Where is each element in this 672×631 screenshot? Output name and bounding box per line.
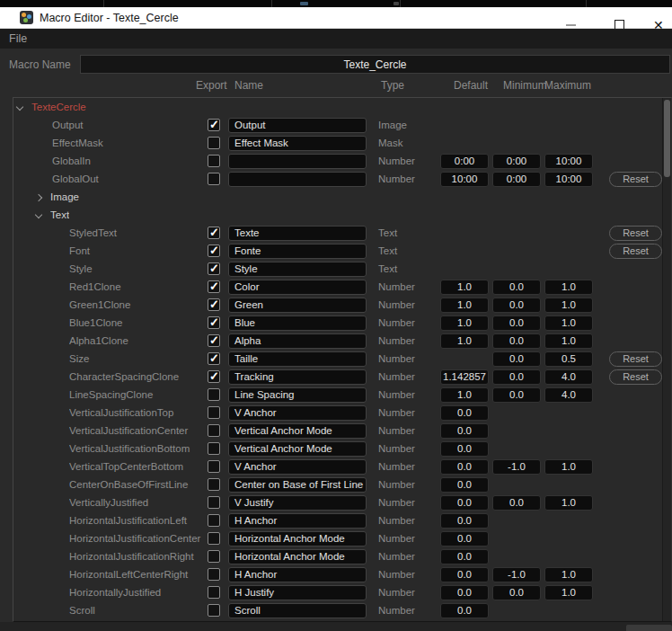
maximum-value-field[interactable]: 1.0 — [544, 567, 593, 582]
maximum-value-field[interactable]: 1.0 — [544, 459, 593, 475]
default-value-field[interactable]: 1.0 — [440, 280, 489, 295]
minimum-value-field[interactable]: 0.0 — [492, 351, 541, 367]
minimum-value-field[interactable]: 0.0 — [492, 369, 541, 385]
name-input[interactable]: Horizontal Anchor Mode — [228, 531, 367, 547]
export-checkbox[interactable] — [208, 155, 220, 167]
tree-label-Scroll[interactable]: Scroll — [69, 605, 206, 616]
tree-label-VerticalJustificationBottom[interactable]: VerticalJustificationBottom — [69, 443, 206, 454]
default-value-field[interactable]: 0.0 — [440, 459, 489, 475]
maximum-value-field[interactable]: 1.0 — [544, 333, 593, 349]
maximum-value-field[interactable]: 4.0 — [544, 369, 593, 385]
name-input[interactable] — [228, 154, 367, 169]
name-input[interactable]: Center on Base of First Line — [228, 477, 367, 493]
reset-button[interactable]: Reset — [609, 351, 662, 367]
name-input[interactable]: Color — [228, 280, 367, 295]
export-checkbox[interactable] — [208, 406, 220, 419]
tree-label-Size[interactable]: Size — [69, 353, 206, 364]
tree-label-CenterOnBaseOfFirstLine[interactable]: CenterOnBaseOfFirstLine — [69, 479, 206, 490]
maximum-value-field[interactable]: 1.0 — [544, 316, 593, 331]
tree-label-Output[interactable]: Output — [52, 120, 206, 130]
bottom-corner-button[interactable] — [626, 625, 672, 631]
export-checkbox[interactable] — [208, 514, 220, 527]
default-value-field[interactable]: 1.0 — [440, 316, 489, 331]
minimum-value-field[interactable]: 0.0 — [492, 495, 541, 511]
default-value-field[interactable]: 1.142857 — [440, 369, 489, 385]
minimum-value-field[interactable]: 0.0 — [492, 585, 541, 600]
minimum-value-field[interactable]: 0:00 — [492, 154, 541, 169]
tree-label-Style[interactable]: Style — [69, 263, 206, 274]
name-input[interactable]: V Anchor — [228, 459, 367, 475]
export-checkbox[interactable] — [208, 137, 220, 149]
minimum-value-field[interactable]: 0.0 — [492, 387, 541, 403]
export-checkbox[interactable]: ✓ — [208, 262, 220, 275]
maximum-value-field[interactable]: 4.0 — [544, 387, 593, 403]
export-checkbox[interactable] — [208, 460, 220, 473]
name-input[interactable]: Alpha — [228, 333, 367, 349]
reset-button[interactable]: Reset — [609, 369, 662, 385]
name-input[interactable]: Style — [228, 262, 367, 277]
maximum-value-field[interactable]: 1.0 — [544, 298, 593, 313]
export-checkbox[interactable] — [208, 532, 220, 545]
tree-label-StyledText[interactable]: StyledText — [69, 227, 206, 238]
default-value-field[interactable]: 0.0 — [440, 549, 489, 564]
maximum-value-field[interactable]: 10:00 — [544, 172, 593, 187]
default-value-field[interactable]: 0.0 — [440, 513, 489, 529]
export-checkbox[interactable]: ✓ — [208, 352, 220, 365]
reset-button[interactable]: Reset — [609, 172, 662, 187]
export-checkbox[interactable]: ✓ — [208, 298, 220, 311]
macro-name-input[interactable] — [80, 55, 670, 74]
tree-label-EffectMask[interactable]: EffectMask — [52, 138, 206, 148]
name-input[interactable]: H Justify — [228, 585, 367, 600]
export-checkbox[interactable] — [208, 586, 220, 599]
default-value-field[interactable]: 0:00 — [440, 154, 489, 169]
name-input[interactable]: V Justify — [228, 495, 367, 511]
reset-button[interactable]: Reset — [609, 244, 662, 259]
menu-item-file[interactable]: File — [9, 32, 27, 45]
tree-label-Font[interactable]: Font — [69, 245, 206, 256]
default-value-field[interactable]: 0.0 — [440, 423, 489, 439]
name-input[interactable]: Scroll — [228, 603, 367, 618]
name-input[interactable]: Effect Mask — [228, 136, 367, 151]
tree-label-HorizontalJustificationLeft[interactable]: HorizontalJustificationLeft — [69, 515, 206, 526]
export-checkbox[interactable] — [208, 496, 220, 509]
default-value-field[interactable]: 10:00 — [440, 172, 489, 187]
name-input[interactable]: Output — [228, 118, 367, 133]
minimum-value-field[interactable]: 0.0 — [492, 333, 541, 349]
default-value-field[interactable]: 0.0 — [440, 441, 489, 457]
tree-label-HorizontalJustificationCenter[interactable]: HorizontalJustificationCenter — [69, 533, 206, 544]
name-input[interactable]: Vertical Anchor Mode — [228, 441, 367, 457]
export-checkbox[interactable] — [208, 604, 220, 617]
tree-label-GlobalIn[interactable]: GlobalIn — [52, 156, 206, 166]
export-checkbox[interactable]: ✓ — [208, 227, 220, 239]
export-checkbox[interactable] — [208, 568, 220, 581]
export-checkbox[interactable] — [208, 442, 220, 455]
tree-label-Image[interactable]: Image — [50, 191, 79, 202]
minimum-value-field[interactable]: -1.0 — [492, 459, 541, 475]
export-checkbox[interactable]: ✓ — [208, 280, 220, 293]
default-value-field[interactable]: 0.0 — [440, 585, 489, 600]
tree-label-Red1Clone[interactable]: Red1Clone — [69, 281, 206, 292]
vertical-scrollbar[interactable] — [662, 98, 671, 621]
tree-label-CharacterSpacingClone[interactable]: CharacterSpacingClone — [69, 371, 206, 382]
name-input[interactable]: Vertical Anchor Mode — [228, 423, 367, 439]
default-value-field[interactable]: 0.0 — [440, 603, 489, 618]
tree-label-VerticalTopCenterBottom[interactable]: VerticalTopCenterBottom — [69, 461, 206, 472]
tree-label-HorizontallyJustified[interactable]: HorizontallyJustified — [69, 587, 206, 598]
name-input[interactable]: Taille — [228, 351, 367, 367]
tree-label-GlobalOut[interactable]: GlobalOut — [52, 173, 206, 184]
tree-label-HorizontalJustificationRight[interactable]: HorizontalJustificationRight — [69, 551, 206, 562]
name-input[interactable]: H Anchor — [228, 513, 367, 529]
minimum-value-field[interactable]: 0.0 — [492, 280, 541, 295]
default-value-field[interactable]: 0.0 — [440, 495, 489, 511]
default-value-field[interactable]: 0.0 — [440, 567, 489, 582]
tree-label-LineSpacingClone[interactable]: LineSpacingClone — [69, 389, 206, 400]
name-input[interactable]: Tracking — [228, 369, 367, 385]
default-value-field[interactable]: 1.0 — [440, 387, 489, 403]
tree-label-Text[interactable]: Text — [50, 209, 69, 220]
tree-label-TexteCercle[interactable]: TexteCercle — [31, 102, 86, 112]
maximum-value-field[interactable]: 1.0 — [544, 280, 593, 295]
export-checkbox[interactable] — [208, 388, 220, 401]
name-input[interactable]: H Anchor — [228, 567, 367, 582]
tree-label-VerticallyJustified[interactable]: VerticallyJustified — [69, 497, 206, 508]
name-input[interactable]: V Anchor — [228, 405, 367, 421]
